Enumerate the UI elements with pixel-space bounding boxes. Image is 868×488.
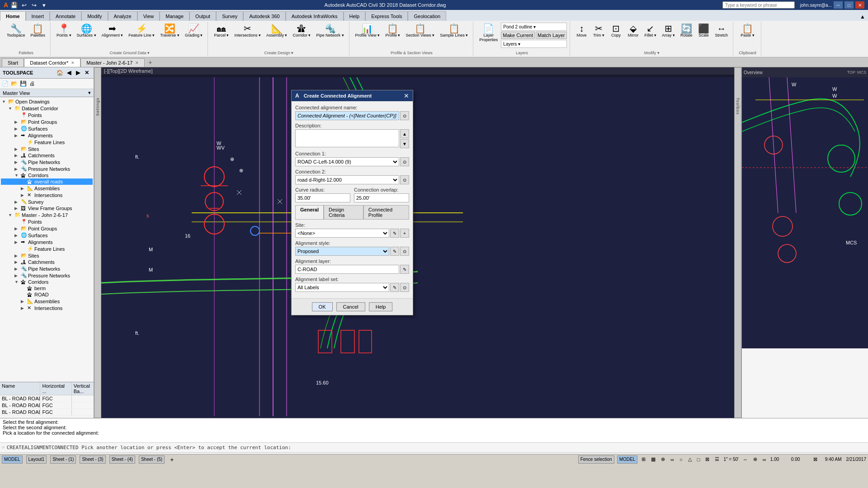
description-input[interactable] <box>295 129 399 147</box>
maximize-button[interactable]: □ <box>844 1 854 9</box>
alignment-label-set-select[interactable]: All Labels <box>295 283 389 292</box>
add-tab-button[interactable]: + <box>145 58 156 67</box>
btn-profile[interactable]: 📋 Profile ▾ <box>383 23 402 39</box>
tree-item-22[interactable]: ⚡Feature Lines <box>1 245 93 252</box>
description-scroll-down[interactable]: ▼ <box>400 139 409 148</box>
tab-connected-profile[interactable]: Connected Profile <box>363 205 409 219</box>
tree-item-8[interactable]: ▶🏞Catchments <box>1 152 93 159</box>
alignment-style-select[interactable]: Proposed <box>295 247 389 256</box>
cad-canvas[interactable]: ft. s M M 16 ft. W WV W ⊕ ⊕ 15.60 ✦ <box>101 77 734 418</box>
tree-item-10[interactable]: ▶🔩Pressure Networks <box>1 165 93 172</box>
osnap-btn[interactable]: ○ <box>678 457 684 462</box>
ducs-btn[interactable]: ⊠ <box>704 456 711 462</box>
btn-palettes[interactable]: 📋 Palettes <box>28 23 48 39</box>
dyn-btn[interactable]: ☰ <box>713 456 721 462</box>
tree-item-28[interactable]: 🛣berm <box>1 285 93 291</box>
ts-forward-btn[interactable]: ▶ <box>74 69 82 77</box>
ortho-btn[interactable]: ⊕ <box>660 456 666 462</box>
btn-traverse[interactable]: 🔀 Traverse ▾ <box>158 23 182 39</box>
tab-general[interactable]: General <box>295 205 324 219</box>
alignment-layer-pick-btn[interactable]: ✎ <box>400 265 409 274</box>
name-input[interactable] <box>295 111 399 120</box>
tab-survey[interactable]: Survey <box>216 11 243 21</box>
btn-paste[interactable]: 📋 Paste ▾ <box>738 23 757 39</box>
site-select[interactable]: <None> <box>295 229 389 238</box>
snap-btn[interactable]: ⊞ <box>640 456 647 462</box>
tab-home[interactable]: Home <box>0 11 26 21</box>
alignment-style-edit-btn[interactable]: ✎ <box>390 247 399 256</box>
ts-home-btn[interactable]: 🏠 <box>56 69 64 77</box>
btn-layer-properties[interactable]: 📄 LayerProperties <box>477 23 500 43</box>
btn-alignment[interactable]: ➡ Alignment ▾ <box>99 23 126 39</box>
layout1-tab[interactable]: Layout1 <box>26 455 47 464</box>
tree-item-1[interactable]: ▼📁Dataset Corridor <box>1 105 93 112</box>
ts-plot-btn[interactable]: 🖨 <box>28 80 36 88</box>
panel-selector[interactable]: Master View ▾ <box>0 89 94 97</box>
curve-radius-input[interactable] <box>295 193 350 202</box>
tree-item-15[interactable]: ▶📏Survey <box>1 198 93 205</box>
table-row[interactable]: BL - ROAD ROAD A FGC <box>0 395 94 402</box>
tab-master-john[interactable]: Master - John 2-6-17 ✕ <box>80 58 145 67</box>
tab-dataset-corridor-close[interactable]: ✕ <box>71 61 75 65</box>
tree-item-20[interactable]: ▶🌐Surfaces <box>1 232 93 239</box>
table-row[interactable]: BL - ROAD ROAD B FGC <box>0 402 94 409</box>
btn-toolspace[interactable]: 🔧 Toolspace <box>5 23 28 39</box>
btn-mirror[interactable]: ⬙ Mirror <box>625 23 642 39</box>
alignment-layer-input[interactable] <box>295 265 399 274</box>
annotation-btn[interactable]: ⊕ <box>752 456 759 462</box>
settings-icon[interactable]: ⊠ <box>812 456 819 462</box>
connection2-select[interactable]: road d-Right-12.000 <box>295 175 399 184</box>
tree-item-5[interactable]: ▶➡Alignments <box>1 132 93 139</box>
btn-stretch[interactable]: ↔ Stretch <box>713 23 731 39</box>
btn-assembly[interactable]: 📐 Assembly ▾ <box>264 23 290 39</box>
workspace-btn[interactable]: ∞ <box>761 457 768 462</box>
zoom-btn[interactable]: ↔ <box>741 457 749 462</box>
tree-item-25[interactable]: ▶🔩Pipe Networks <box>1 265 93 272</box>
close-button[interactable]: ✕ <box>855 1 864 9</box>
qat-redo[interactable]: ↪ <box>30 2 38 9</box>
dialog-close-button[interactable]: ✕ <box>404 92 409 99</box>
tab-help[interactable]: Help <box>344 11 366 21</box>
model-space-btn[interactable]: MODEL <box>617 455 638 464</box>
search-input[interactable] <box>722 1 795 9</box>
btn-fillet[interactable]: ↙ Fillet ▾ <box>642 23 659 39</box>
tab-annotate[interactable]: Annotate <box>50 11 81 21</box>
ts-save-btn[interactable]: 💾 <box>19 80 27 88</box>
site-pick-btn[interactable]: + <box>400 229 409 238</box>
tab-master-john-close[interactable]: ✕ <box>135 61 139 65</box>
overview-map[interactable]: W W W MCS <box>742 77 868 348</box>
tab-infraworks[interactable]: Autodesk InfraWorks <box>286 11 344 21</box>
model-btn[interactable]: MODEL <box>2 455 23 464</box>
btn-scale[interactable]: ⬛ Scale <box>696 23 712 39</box>
minimize-button[interactable]: ─ <box>834 1 843 9</box>
tab-design-criteria[interactable]: Design Criteria <box>324 205 363 219</box>
tree-item-7[interactable]: ▶📂Sites <box>1 145 93 152</box>
settings-strip-label[interactable]: Settings <box>94 95 101 119</box>
tree-item-3[interactable]: ▶📂Point Groups <box>1 118 93 125</box>
table-row[interactable]: BL - ROAD ROAD C FGC <box>0 409 94 416</box>
btn-section-views[interactable]: 📋 Section Views ▾ <box>403 23 437 39</box>
ts-new-btn[interactable]: 📄 <box>1 80 9 88</box>
add-layout-btn[interactable]: + <box>168 456 175 463</box>
3dosnap-btn[interactable]: △ <box>687 456 693 462</box>
toolbox-strip-label[interactable]: Toolbox <box>735 95 741 117</box>
btn-sample-lines[interactable]: 📋 Sample Lines ▾ <box>438 23 470 39</box>
tab-view[interactable]: View <box>137 11 160 21</box>
ts-open-btn[interactable]: 📂 <box>10 80 18 88</box>
qat-save[interactable]: 💾 <box>10 2 18 9</box>
tree-item-12[interactable]: 🛣overall roads <box>1 178 93 185</box>
tree-item-29[interactable]: 🛣ROAD <box>1 291 93 298</box>
right-panel-mcs-btn[interactable]: MCS <box>857 70 866 75</box>
tree-item-14[interactable]: ▶✕Intersections <box>1 192 93 198</box>
tab-modify[interactable]: Modify <box>81 11 108 21</box>
tab-dataset-corridor[interactable]: Dataset Corridor* ✕ <box>24 58 80 67</box>
sheet4-tab[interactable]: Sheet - (4) <box>109 455 135 464</box>
btn-trim[interactable]: ✂ Trim ▾ <box>591 23 607 39</box>
btn-surfaces[interactable]: 🌐 Surfaces ▾ <box>75 23 99 39</box>
btn-points[interactable]: 📍 Points ▾ <box>54 23 74 39</box>
tab-autodesk360[interactable]: Autodesk 360 <box>243 11 285 21</box>
tree-item-13[interactable]: ▶📐Assemblies <box>1 185 93 192</box>
qat-undo[interactable]: ↩ <box>20 2 28 9</box>
match-layer-btn[interactable]: Match Layer <box>536 32 567 39</box>
tree-item-0[interactable]: ▼📂Open Drawings <box>1 98 93 105</box>
